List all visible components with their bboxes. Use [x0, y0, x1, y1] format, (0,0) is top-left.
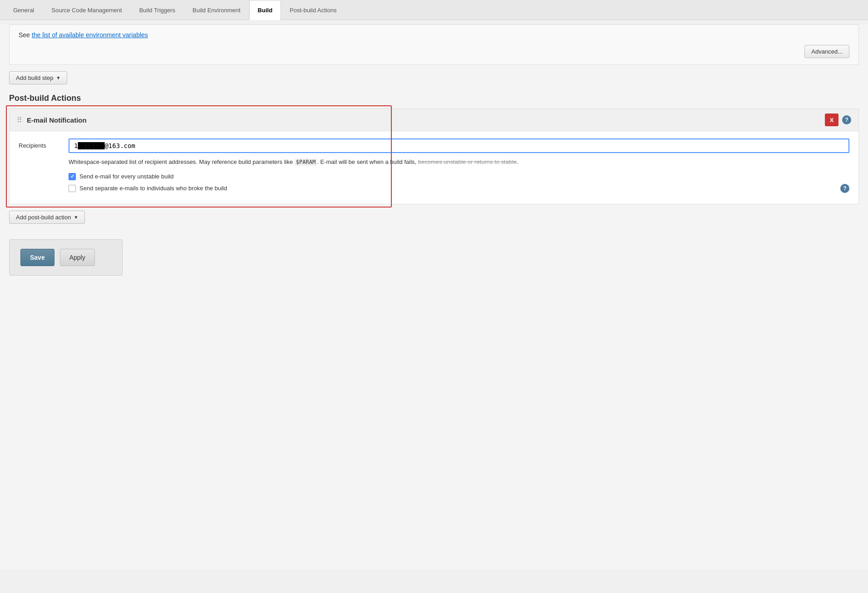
post-build-section-title: Post-build Actions — [9, 94, 859, 103]
add-post-build-button[interactable]: Add post-build action ▼ — [9, 211, 85, 224]
add-post-build-label: Add post-build action — [16, 214, 71, 221]
tab-build[interactable]: Build — [249, 0, 281, 20]
main-content: See the list of available environment va… — [0, 25, 868, 569]
send-unstable-checkbox[interactable] — [69, 173, 76, 180]
drag-handle-icon: ⠿ — [17, 116, 22, 124]
env-variables-link[interactable]: the list of available environment variab… — [32, 31, 148, 39]
email-header-help-icon[interactable]: ? — [842, 115, 851, 124]
help-text-prefix: Whitespace-separated list of recipient a… — [69, 158, 295, 165]
send-separate-checkbox[interactable] — [69, 185, 76, 192]
add-post-build-arrow: ▼ — [74, 215, 78, 220]
tab-general[interactable]: General — [5, 0, 43, 20]
tab-build-environment[interactable]: Build Environment — [184, 0, 249, 20]
email-notification-body: Recipients Whitespace-separated list of … — [10, 131, 858, 204]
add-build-step-button[interactable]: Add build step ▼ — [9, 71, 67, 84]
help-text-param: $PARAM — [295, 158, 317, 166]
send-separate-help-icon[interactable]: ? — [840, 184, 849, 193]
recipients-label: Recipients — [19, 138, 69, 149]
recipients-input-wrapper — [69, 138, 849, 153]
help-text-suffix: . E-mail will be sent when a build fails… — [317, 158, 518, 165]
add-build-step-row: Add build step ▼ — [9, 71, 859, 84]
add-build-step-arrow: ▼ — [56, 75, 60, 80]
send-separate-label: Send separate e-mails to individuals who… — [79, 185, 227, 192]
email-notification-title: E-mail Notification — [27, 116, 87, 124]
advanced-button[interactable]: Advanced... — [804, 45, 849, 58]
add-build-step-label: Add build step — [16, 74, 53, 81]
send-separate-left: Send separate e-mails to individuals who… — [69, 185, 227, 192]
recipients-input[interactable] — [69, 138, 849, 153]
apply-button[interactable]: Apply — [60, 249, 95, 266]
tab-post-build[interactable]: Post-build Actions — [281, 0, 345, 20]
send-unstable-row: Send e-mail for every unstable build — [69, 173, 849, 180]
tab-source-code[interactable]: Source Code Management — [43, 0, 130, 20]
tab-build-triggers[interactable]: Build Triggers — [131, 0, 184, 20]
email-notification-block: ⠿ E-mail Notification X ? Recipients Whi… — [9, 109, 859, 204]
env-prefix-text: See — [19, 31, 32, 39]
email-header-right: X ? — [825, 114, 851, 126]
save-button[interactable]: Save — [20, 249, 54, 266]
add-post-build-row: Add post-build action ▼ — [9, 211, 859, 224]
save-bar: Save Apply — [9, 239, 123, 276]
email-header-left: ⠿ E-mail Notification — [17, 116, 87, 124]
email-notification-close-button[interactable]: X — [825, 114, 838, 126]
tabs-bar: GeneralSource Code ManagementBuild Trigg… — [0, 0, 868, 20]
env-variables-panel: See the list of available environment va… — [9, 25, 859, 65]
recipients-row: Recipients — [19, 138, 849, 153]
send-separate-row: Send separate e-mails to individuals who… — [69, 184, 849, 193]
email-notification-header: ⠿ E-mail Notification X ? — [10, 109, 858, 131]
recipients-help-text: Whitespace-separated list of recipient a… — [69, 158, 849, 167]
send-unstable-label: Send e-mail for every unstable build — [79, 173, 173, 180]
